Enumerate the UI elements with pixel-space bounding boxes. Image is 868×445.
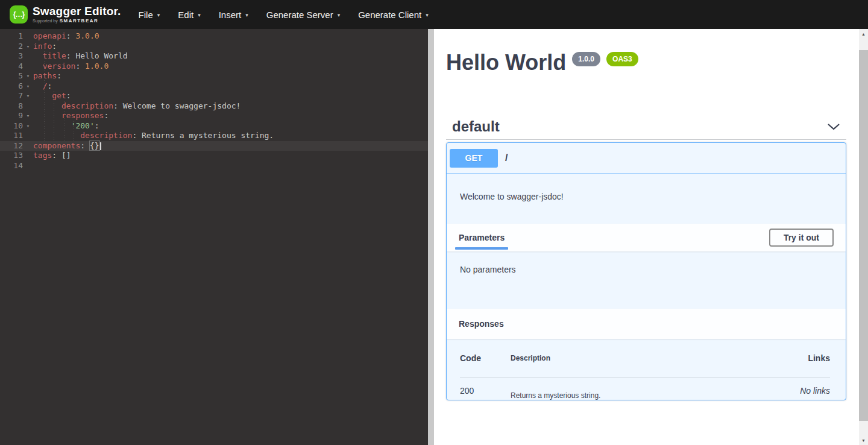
- supported-by-prefix: Supported by: [33, 19, 58, 23]
- responses-header: Responses: [447, 309, 846, 339]
- code-text: responses:: [33, 111, 108, 121]
- code-text: info:: [33, 42, 57, 52]
- line-number: 5: [0, 71, 23, 81]
- topbar: {…} Swagger Editor. Supported bySMARTBEA…: [0, 0, 868, 29]
- fold-spacer: [23, 62, 33, 72]
- fold-toggle-icon[interactable]: ▾: [23, 71, 33, 81]
- code-text: openapi: 3.0.0: [33, 31, 99, 42]
- text-cursor: [100, 142, 101, 150]
- api-title: Hello World: [446, 51, 566, 75]
- code-text: description: Welcome to swagger-jsdoc!: [33, 101, 241, 112]
- supported-by: Supported bySMARTBEAR: [33, 19, 121, 24]
- menu-label: Edit: [178, 10, 193, 20]
- code-text: /:: [33, 81, 52, 92]
- code-line-7[interactable]: 7▾ get:: [0, 91, 428, 101]
- version-badge: 1.0.0: [572, 52, 600, 66]
- fold-spacer: [23, 161, 33, 171]
- active-tab-underline: [455, 247, 508, 250]
- operation-summary[interactable]: GET /: [447, 143, 846, 174]
- try-it-out-button[interactable]: Try it out: [769, 229, 834, 247]
- http-method-button[interactable]: GET: [450, 149, 498, 168]
- code-line-5[interactable]: 5▾paths:: [0, 71, 428, 81]
- code-line-2[interactable]: 2▾info:: [0, 42, 428, 52]
- parameters-header: Parameters Try it out: [447, 224, 846, 251]
- menu-file[interactable]: File▾: [130, 0, 169, 29]
- code-text: description: Returns a mysterious string…: [33, 131, 274, 141]
- code-line-6[interactable]: 6▾ /:: [0, 81, 428, 92]
- code-text: paths:: [33, 71, 61, 81]
- fold-spacer: [23, 141, 33, 151]
- fold-spacer: [23, 51, 33, 62]
- caret-down-icon: ▾: [198, 12, 201, 18]
- yaml-editor[interactable]: 1openapi: 3.0.02▾info:3 title: Hello Wor…: [0, 29, 428, 445]
- code-text: '200':: [33, 121, 99, 131]
- menu-label: Insert: [219, 10, 242, 20]
- scrollbar-thumb[interactable]: [859, 50, 868, 421]
- code-line-13[interactable]: 13tags: []: [0, 151, 428, 161]
- code-line-14[interactable]: 14: [0, 161, 428, 171]
- fold-toggle-icon[interactable]: ▾: [23, 111, 33, 121]
- caret-down-icon: ▾: [245, 12, 248, 18]
- col-header-description: Description: [511, 354, 808, 362]
- scroll-up-icon[interactable]: ▲: [859, 29, 868, 39]
- api-info-header: Hello World 1.0.0 OAS3: [446, 51, 638, 75]
- operation-path: /: [505, 153, 508, 163]
- caret-down-icon: ▾: [426, 12, 429, 18]
- line-number: 4: [0, 62, 23, 72]
- fold-spacer: [23, 101, 33, 112]
- tag-name: default: [452, 118, 500, 135]
- fold-spacer: [23, 151, 33, 161]
- line-number: 1: [0, 31, 23, 42]
- menu-generate-server[interactable]: Generate Server▾: [257, 0, 349, 29]
- tag-header-row[interactable]: default: [446, 113, 846, 140]
- code-line-9[interactable]: 9▾ responses:: [0, 111, 428, 121]
- line-number: 7: [0, 91, 23, 101]
- code-text: components: {}: [33, 141, 101, 151]
- pane-splitter[interactable]: [428, 29, 434, 445]
- line-number: 10: [0, 121, 23, 131]
- line-number: 9: [0, 111, 23, 121]
- responses-table: Code Description Links 200 Returns a mys…: [460, 339, 830, 400]
- menu-label: Generate Server: [266, 10, 333, 20]
- menu-edit[interactable]: Edit▾: [169, 0, 209, 29]
- code-text: tags: []: [33, 151, 71, 161]
- menu-label: Generate Client: [358, 10, 421, 20]
- menu-insert[interactable]: Insert▾: [210, 0, 257, 29]
- col-header-code: Code: [460, 353, 511, 363]
- code-line-10[interactable]: 10▾ '200':: [0, 121, 428, 131]
- line-number: 6: [0, 81, 23, 92]
- responses-title: Responses: [459, 319, 504, 329]
- table-row: 200 Returns a mysterious string. No link…: [460, 377, 830, 400]
- fold-toggle-icon[interactable]: ▾: [23, 91, 33, 101]
- tag-section-default: default GET / Welcome to swagger-jsdoc! …: [446, 113, 846, 400]
- preview-scrollbar[interactable]: ▲ ▼: [859, 29, 868, 445]
- line-number: 11: [0, 131, 23, 141]
- col-header-links: Links: [808, 353, 830, 363]
- response-links: No links: [800, 386, 830, 396]
- response-code: 200: [460, 386, 511, 396]
- line-number: 14: [0, 161, 23, 171]
- topbar-menus: File▾Edit▾Insert▾Generate Server▾Generat…: [130, 0, 438, 29]
- line-number: 13: [0, 151, 23, 161]
- fold-toggle-icon[interactable]: ▾: [23, 81, 33, 92]
- swagger-ui-preview: Hello World 1.0.0 OAS3 default GET / Wel…: [434, 29, 868, 445]
- fold-toggle-icon[interactable]: ▾: [23, 121, 33, 131]
- swagger-logo-icon: {…}: [10, 5, 28, 24]
- code-line-4[interactable]: 4 version: 1.0.0: [0, 62, 428, 72]
- tab-parameters[interactable]: Parameters: [459, 233, 505, 242]
- code-line-12[interactable]: 12components: {}: [0, 141, 428, 151]
- code-line-11[interactable]: 11 description: Returns a mysterious str…: [0, 131, 428, 141]
- code-line-8[interactable]: 8 description: Welcome to swagger-jsdoc!: [0, 101, 428, 112]
- menu-generate-client[interactable]: Generate Client▾: [349, 0, 438, 29]
- code-text: title: Hello World: [33, 51, 128, 62]
- scroll-down-icon[interactable]: ▼: [859, 435, 868, 445]
- chevron-down-icon[interactable]: [827, 122, 840, 131]
- opblock-get: GET / Welcome to swagger-jsdoc! Paramete…: [446, 142, 846, 400]
- code-line-3[interactable]: 3 title: Hello World: [0, 51, 428, 62]
- menu-label: File: [139, 10, 153, 20]
- code-line-1[interactable]: 1openapi: 3.0.0: [0, 31, 428, 42]
- fold-spacer: [23, 131, 33, 141]
- oas3-badge: OAS3: [606, 52, 638, 66]
- editor-lines: 1openapi: 3.0.02▾info:3 title: Hello Wor…: [0, 29, 428, 171]
- fold-toggle-icon[interactable]: ▾: [23, 42, 33, 52]
